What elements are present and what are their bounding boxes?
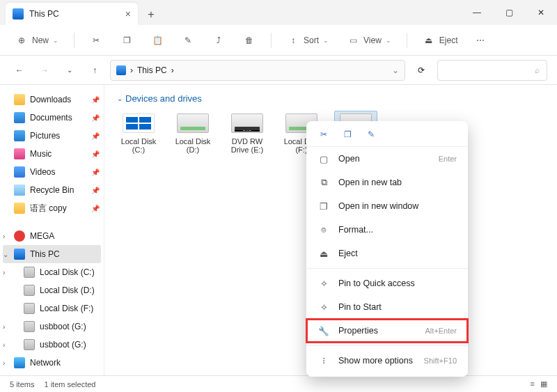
back-button[interactable]: ←	[10, 61, 29, 80]
sidebar-item[interactable]: Pictures📌	[0, 127, 104, 145]
expander-icon[interactable]: ›	[3, 359, 5, 367]
copy-icon[interactable]: ❐	[341, 130, 354, 139]
maximize-button[interactable]: ▢	[493, 0, 525, 25]
folder-icon	[14, 94, 25, 105]
expander-icon[interactable]: ›	[3, 323, 5, 331]
sidebar: Downloads📌Documents📌Pictures📌Music📌Video…	[0, 85, 104, 375]
sidebar-item[interactable]: ›Network	[0, 354, 104, 372]
folder-icon	[24, 285, 35, 296]
eject-button[interactable]: ⏏ Eject	[418, 31, 462, 49]
new-tab-button[interactable]: +	[141, 4, 162, 25]
context-menu-item[interactable]: ⫶Show more optionsShift+F10	[306, 349, 468, 373]
chevron-down-icon[interactable]: ⌄	[392, 65, 399, 75]
expander-icon[interactable]: ›	[3, 269, 5, 276]
sidebar-item[interactable]: Downloads📌	[0, 91, 104, 109]
expander-icon[interactable]: ›	[3, 341, 5, 349]
wrench-icon: 🔧	[317, 326, 330, 336]
open-icon: ▢	[317, 154, 330, 164]
sidebar-item[interactable]: Recycle Bin📌	[0, 181, 104, 199]
sidebar-item-label: Local Disk (C:)	[40, 267, 95, 277]
address-bar[interactable]: › This PC › ⌄	[110, 60, 405, 81]
section-header[interactable]: ⌄ Devices and drives	[117, 93, 544, 104]
sidebar-item[interactable]: Local Disk (D:)	[0, 281, 104, 299]
expander-icon[interactable]: ›	[3, 233, 5, 240]
pin-icon: 📌	[91, 114, 100, 122]
sidebar-item[interactable]: ⌄This PC	[3, 245, 101, 263]
sidebar-item[interactable]: ›usbboot (G:)	[0, 336, 104, 354]
search-input[interactable]: ⌕	[437, 60, 547, 81]
breadcrumb-separator: ›	[130, 65, 133, 75]
cut-button[interactable]: ✂	[86, 31, 107, 49]
context-menu-item[interactable]: ⌾Format...	[306, 218, 468, 242]
history-chevron[interactable]: ⌄	[60, 61, 79, 80]
drive-item[interactable]: Local Disk (D:)	[171, 111, 214, 154]
status-bar: 5 items 1 item selected ≡ ▦	[0, 375, 557, 392]
details-view-icon[interactable]: ≡	[531, 379, 535, 389]
plus-circle-icon: ⊕	[15, 34, 28, 47]
copy-button[interactable]: ❐	[116, 31, 137, 49]
ellipsis-icon: ⋯	[476, 36, 485, 45]
delete-button[interactable]: 🗑	[239, 31, 260, 49]
sidebar-item[interactable]: Videos📌	[0, 163, 104, 181]
view-label: View	[363, 36, 382, 45]
rename-button[interactable]: ✎	[178, 31, 198, 49]
sort-label: Sort	[304, 36, 319, 45]
sidebar-item[interactable]: ›Local Disk (C:)	[0, 263, 104, 281]
sidebar-item-label: Local Disk (D:)	[40, 285, 95, 295]
context-menu-label: Pin to Quick access	[338, 279, 415, 288]
context-menu-item[interactable]: ⧉Open in new tab	[306, 171, 468, 194]
sidebar-item[interactable]: Music📌	[0, 145, 104, 163]
context-menu-label: Pin to Start	[338, 302, 382, 312]
expander-icon[interactable]: ⌄	[3, 251, 8, 258]
paste-button[interactable]: 📋	[147, 31, 168, 49]
sidebar-item[interactable]: Documents📌	[0, 109, 104, 127]
pin-icon: 📌	[91, 150, 100, 158]
close-window-button[interactable]: ✕	[525, 0, 557, 25]
drive-item[interactable]: Local Disk (C:)	[117, 111, 160, 154]
sidebar-item-label: Local Disk (F:)	[40, 304, 93, 313]
context-menu-item[interactable]: ⏏Eject	[306, 242, 468, 265]
sidebar-item-label: Videos	[30, 167, 55, 177]
window-tab[interactable]: This PC ×	[6, 3, 138, 25]
up-button[interactable]: ↑	[85, 61, 104, 80]
context-menu-item[interactable]: ❐Open in new window	[306, 194, 468, 218]
rename-icon[interactable]: ✎	[365, 130, 377, 139]
more-button[interactable]: ⋯	[472, 33, 489, 48]
context-menu-label: Open	[338, 154, 360, 164]
forward-button[interactable]: →	[35, 61, 54, 80]
folder-icon	[14, 249, 25, 260]
folder-icon	[14, 130, 25, 141]
sidebar-item[interactable]: ›MEGA	[0, 227, 104, 245]
breadcrumb-path[interactable]: This PC	[137, 65, 167, 75]
sidebar-item[interactable]: ›usbboot (G:)	[0, 317, 104, 336]
shortcut-label: Enter	[439, 155, 457, 163]
view-button[interactable]: ▭ View ⌄	[343, 31, 395, 49]
context-menu-item[interactable]: 🔧PropertiesAlt+Enter	[306, 319, 468, 343]
tab-title: This PC	[29, 9, 59, 19]
sort-button[interactable]: ↕ Sort ⌄	[283, 31, 333, 49]
chevron-down-icon: ⌄	[323, 37, 329, 44]
sidebar-item[interactable]: Local Disk (F:)	[0, 299, 104, 317]
drive-item[interactable]: DVDDVD RW Drive (E:)	[226, 111, 269, 154]
context-menu: ✂ ❐ ✎ ▢OpenEnter⧉Open in new tab❐Open in…	[306, 121, 468, 377]
minimize-button[interactable]: ―	[461, 0, 493, 25]
sidebar-item-label: MEGA	[30, 231, 54, 241]
context-menu-item[interactable]: ✧Pin to Quick access	[306, 272, 468, 295]
context-menu-item[interactable]: ✧Pin to Start	[306, 295, 468, 319]
refresh-button[interactable]: ⟳	[411, 60, 432, 81]
sidebar-item[interactable]: 语言 copy📌	[0, 199, 104, 217]
icons-view-icon[interactable]: ▦	[540, 379, 547, 389]
folder-icon	[14, 203, 25, 214]
pin-icon: 📌	[91, 132, 100, 140]
context-menu-item[interactable]: ▢OpenEnter	[306, 147, 468, 171]
folder-icon	[24, 303, 35, 314]
folder-icon	[14, 357, 25, 368]
share-button[interactable]: ⤴	[208, 31, 229, 49]
sidebar-item-label: Downloads	[30, 95, 71, 104]
context-menu-label: Open in new tab	[338, 178, 402, 187]
close-tab-icon[interactable]: ×	[125, 8, 131, 19]
scissors-icon[interactable]: ✂	[317, 130, 330, 139]
new-button[interactable]: ⊕ New ⌄	[11, 31, 63, 49]
sort-icon: ↕	[287, 34, 299, 47]
shortcut-label: Alt+Enter	[425, 327, 457, 335]
